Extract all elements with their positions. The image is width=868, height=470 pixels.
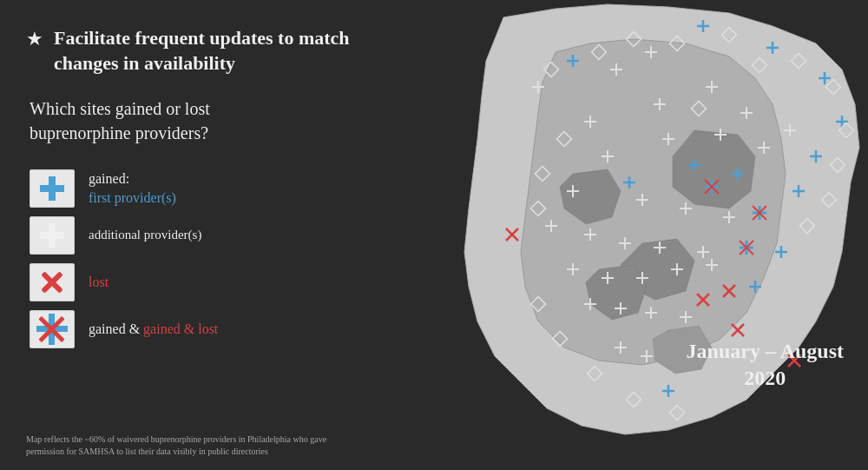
star-icon: ★ <box>26 28 43 50</box>
red-x-icon <box>40 270 64 295</box>
lost-label: lost <box>89 275 108 290</box>
gained-lost-label: gained & gained & lost <box>89 321 218 337</box>
gained-label: gained: <box>89 171 176 187</box>
map-area: January – August 2020 <box>399 0 868 470</box>
legend: gained: first provider(s) additional pro… <box>30 169 382 348</box>
left-panel: ★ Facilitate frequent updates to match c… <box>0 0 408 470</box>
headline-text: Facilitate frequent updates to match cha… <box>54 26 382 76</box>
first-provider-label: first provider(s) <box>89 190 176 206</box>
blue-cross-icon <box>40 176 64 201</box>
legend-icon-white-cross <box>30 216 75 255</box>
legend-item-gained-lost: gained & gained & lost <box>30 310 382 348</box>
legend-item-gained-additional: additional provider(s) <box>30 216 382 255</box>
svg-marker-3 <box>673 130 755 209</box>
legend-gained-text: gained: first provider(s) <box>89 171 176 206</box>
legend-icon-blue-cross <box>30 169 75 208</box>
additional-provider-label: additional provider(s) <box>89 228 201 242</box>
legend-item-gained-first: gained: first provider(s) <box>30 169 382 208</box>
date-label: January – August 2020 <box>687 338 844 392</box>
map-svg <box>399 0 868 470</box>
legend-icon-red-x <box>30 263 75 301</box>
headline: ★ Facilitate frequent updates to match c… <box>26 26 382 76</box>
question-text: Which sites gained or lostbuprenorphine … <box>30 96 382 145</box>
white-cross-icon <box>40 223 64 248</box>
combo-icon <box>36 314 68 345</box>
legend-item-lost: lost <box>30 263 382 301</box>
footnote: Map reflects the ~60% of waivered bupren… <box>26 434 356 458</box>
legend-icon-combo <box>30 310 75 348</box>
